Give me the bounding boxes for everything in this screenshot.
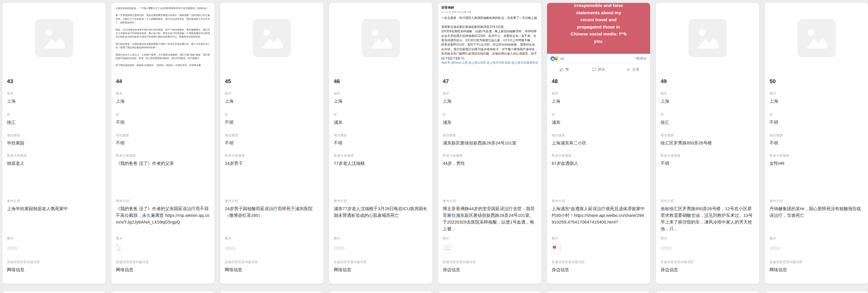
weibo-mentions: 海发布 @News上海 @上海12345 @上海市市民信箱 @上海市志愿者协会: [441, 60, 538, 65]
record-card[interactable]: 43 城市 上海 区 徐汇 地址描述 华欣家园 死者大体描述 独居老人 事件介绍…: [2, 3, 105, 284]
field-label-district: 区: [770, 113, 863, 117]
image-thumbnail-area: [660, 244, 754, 254]
field-direct: 直接信息还是间接信息 身边信息: [443, 260, 536, 273]
card-number: 45: [225, 78, 319, 85]
field-label-image: 图片: [116, 237, 210, 240]
like-button[interactable]: 赞: [547, 64, 581, 74]
image-placeholder-icon: [362, 19, 400, 57]
field-value-direct: 网络信息: [225, 266, 319, 273]
field-label-city: 城市: [225, 92, 319, 95]
record-card[interactable]: irresponsible and falsestatements about …: [547, 3, 650, 284]
field-label-image: 图片: [443, 237, 536, 240]
field-value-address: 不明: [334, 140, 428, 146]
field-value-deceased: 《我的爸爸 没了》作者的父亲: [116, 160, 210, 167]
field-label-image: 图片: [225, 237, 319, 240]
field-value-city: 上海: [660, 98, 754, 104]
next-row-card-top: [656, 291, 759, 293]
field-label-city: 城市: [443, 92, 536, 95]
field-district: 区 不明: [770, 113, 863, 125]
field-label-event: 事件介绍: [334, 199, 428, 203]
field-label-address: 地址描述: [116, 134, 210, 137]
field-label-direct: 直接信息还是间接信息: [7, 260, 101, 264]
field-direct: 直接信息还是间接信息 网络信息: [334, 260, 428, 273]
record-card[interactable]: 50 城市 上海 区 不明 地址描述 不明 死者大体描述 女性HR 事件介绍 丹…: [765, 3, 868, 284]
field-event: 事件介绍 浦东77岁老人沈瑞根于3月28日晚在ICU病房因长期末肾透析造成的心肌…: [334, 199, 428, 233]
field-value-direct: 网络信息: [7, 266, 101, 273]
card-image-area: 人都没有这样的机会，一个病人需要几十个人的同时帮助和关怀才有可能获得一丝的机会！…: [111, 3, 214, 74]
card-number: 46: [334, 78, 428, 85]
card-body: 50 城市 上海 区 不明 地址描述 不明 死者大体描述 女性HR 事件介绍 丹…: [765, 74, 868, 284]
share-arrow-icon: [626, 67, 630, 71]
field-direct: 直接信息还是间接信息 身边信息: [660, 260, 754, 273]
field-address: 地址描述 不明: [225, 134, 319, 146]
next-row-card-top: [438, 291, 541, 293]
image-placeholder-icon: [253, 19, 291, 57]
next-row-card-top: [329, 291, 432, 293]
card-image-area: irresponsible and falsestatements about …: [547, 3, 650, 74]
weibo-username: 茶香禅静: [441, 5, 538, 10]
card-body: 47 城市 上海 区 浦东 地址描述 浦东新区唐镇创新西路28弄24号101室 …: [438, 74, 541, 284]
field-direct: 直接信息还是间接信息 网络信息: [225, 260, 319, 273]
facebook-banner-line: statements about my: [547, 9, 650, 17]
image-placeholder-icon: [35, 19, 73, 57]
facebook-banner-line: you.: [547, 38, 650, 45]
field-city: 城市 上海: [552, 92, 646, 104]
record-card[interactable]: 茶香禅静 4-2 02:31 来自 iPhone客户端 一名志愿者，昨日我投入路…: [438, 3, 541, 284]
record-card[interactable]: 人都没有这样的机会，一个病人需要几十个人的同时帮助和关怀才有可能获得一丝的机会！…: [111, 3, 214, 284]
field-value-address: 不明: [225, 140, 319, 146]
weibo-text-line: [441, 20, 538, 24]
record-card[interactable]: 45 城市 上海 区 不明 地址描述 不明 死者大体描述 24岁男子 事件介绍 …: [220, 3, 323, 284]
field-value-district: 徐汇: [660, 119, 754, 125]
field-value-event: 浦东77岁老人沈瑞根于3月28日晚在ICU病房因长期末肾透析造成的心肌衰竭而死亡: [334, 205, 428, 233]
comment-button[interactable]: 评论: [581, 64, 616, 74]
field-label-image: 图片: [552, 237, 646, 240]
share-button[interactable]: 分享: [616, 64, 650, 74]
facebook-reactions-row: 19 7条评论: [547, 54, 650, 63]
image-thumbnail-area: [443, 244, 536, 254]
empty-image-pill: [660, 246, 672, 250]
facebook-banner-line: recent travel and: [547, 16, 650, 24]
field-city: 城市 上海: [7, 92, 101, 104]
field-label-image: 图片: [334, 237, 428, 240]
field-direct: 直接信息还是间接信息 身边信息: [552, 260, 646, 273]
field-value-district: 不明: [225, 119, 319, 125]
weibo-post-screenshot: 茶香禅静 4-2 02:31 来自 iPhone客户端 一名志愿者，昨日我投入路…: [438, 3, 541, 67]
field-value-address: 不明: [770, 140, 863, 146]
field-label-event: 事件介绍: [660, 199, 754, 203]
document-thumbnail[interactable]: [116, 244, 122, 253]
article-paragraph: 收下我送来的物资，妈妈说"赶我回去"：快回去！快回去！外面不安全，你别再有事: [116, 64, 210, 67]
field-deceased: 死者大体描述 24岁男子: [225, 154, 319, 167]
empty-image-pill: [7, 246, 18, 250]
field-label-district: 区: [660, 113, 754, 117]
document-thumbnail[interactable]: [558, 244, 562, 253]
field-value-address: 上海浦东寿二小区: [552, 140, 646, 146]
field-address: 地址描述 华欣家园: [7, 134, 101, 146]
document-thumbnail[interactable]: [443, 244, 452, 253]
card-image-area: 茶香禅静 4-2 02:31 来自 iPhone客户端 一名志愿者，昨日我投入路…: [438, 3, 541, 74]
record-card[interactable]: 49 城市 上海 区 徐汇 地址描述 徐汇区罗秀路850弄26号楼 死者大体描述…: [656, 3, 759, 284]
card-number: 48: [552, 78, 646, 85]
weibo-text-line: [合十][合十][合十]: [441, 56, 538, 60]
field-label-address: 地址描述: [443, 134, 536, 137]
card-image-area: [329, 3, 432, 74]
document-thumbnail[interactable]: [552, 244, 557, 253]
image-placeholder-icon: [688, 19, 727, 57]
field-value-address: 华欣家园: [7, 140, 101, 146]
field-label-event: 事件介绍: [443, 199, 536, 203]
field-value-direct: 身边信息: [552, 266, 646, 273]
weibo-text-line: 在44岁。我大伯和我大伯母70多岁老来丧子，对于整个事情我不做评价，: [441, 47, 538, 52]
record-card[interactable]: 46 城市 上海 区 浦东 地址描述 不明 死者大体描述 77岁老人沈瑞根 事件…: [329, 3, 432, 284]
article-screenshot: 人都没有这样的机会，一个病人需要几十个人的同时帮助和关怀才有可能获得一丝的机会！…: [111, 3, 214, 74]
field-image: 图片: [225, 237, 319, 254]
next-row-card-top: [2, 291, 105, 293]
field-address: 地址描述 不明: [334, 134, 428, 146]
weibo-text-line: 是等待领导批示。3月30日因为病情引起心衰，4月1日上午呼吸不畅，: [441, 38, 538, 42]
field-label-city: 城市: [334, 92, 428, 95]
field-event: 事件介绍 博主茶香禅静44岁的堂哥因延误治疗去世：我哥哥家住浦东新区唐镇创新西路…: [443, 199, 536, 233]
weibo-text-line: 220329去医院采样核酸，以便1号血透，晚上被告知核酸异样，等待转移: [441, 29, 538, 33]
image-thumbnail-area: [7, 244, 101, 254]
field-value-city: 上海: [116, 98, 210, 104]
field-value-deceased: 44岁，男性: [443, 160, 536, 167]
field-city: 城市 上海: [443, 92, 536, 104]
field-value-direct: 身边信息: [660, 266, 754, 273]
